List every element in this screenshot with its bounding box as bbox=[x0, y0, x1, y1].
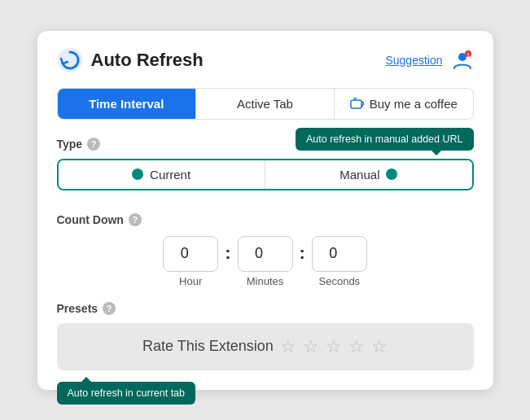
countdown-help-icon[interactable]: ? bbox=[129, 213, 142, 226]
presets-section: Presets ? Rate This Extension ☆ ☆ ☆ ☆ ☆ … bbox=[57, 302, 474, 370]
presets-help-icon[interactable]: ? bbox=[103, 302, 116, 315]
tab-buy-coffee[interactable]: Buy me a coffee bbox=[335, 89, 472, 119]
minutes-field: Minutes bbox=[238, 236, 293, 287]
rate-extension-box[interactable]: Rate This Extension ☆ ☆ ☆ ☆ ☆ bbox=[57, 323, 474, 370]
header: Auto Refresh Suggestion ! bbox=[57, 47, 474, 73]
tab-active-tab[interactable]: Active Tab bbox=[196, 89, 335, 119]
star-2[interactable]: ☆ bbox=[303, 336, 319, 357]
type-help-icon[interactable]: ? bbox=[87, 138, 100, 151]
colon-2: : bbox=[300, 243, 305, 280]
current-dot bbox=[132, 168, 143, 180]
countdown-label: Count Down ? bbox=[57, 213, 474, 226]
star-5[interactable]: ☆ bbox=[371, 336, 388, 357]
app-logo-icon bbox=[57, 47, 83, 73]
hour-label: Hour bbox=[179, 275, 202, 287]
type-current-label: Current bbox=[150, 168, 191, 182]
app-title: Auto Refresh bbox=[91, 50, 204, 71]
header-right: Suggestion ! bbox=[385, 49, 473, 72]
seconds-field: Seconds bbox=[312, 236, 367, 287]
tab-time-interval[interactable]: Time Interval bbox=[58, 89, 196, 119]
suggestion-link[interactable]: Suggestion bbox=[385, 54, 442, 67]
type-manual-label: Manual bbox=[339, 168, 379, 182]
svg-rect-4 bbox=[351, 100, 361, 108]
countdown-inputs: Hour : Minutes : Seconds bbox=[57, 236, 474, 287]
star-3[interactable]: ☆ bbox=[326, 336, 342, 357]
tooltip-manual: Auto refresh in manual added URL bbox=[296, 128, 473, 151]
header-left: Auto Refresh bbox=[57, 47, 204, 73]
user-icon[interactable]: ! bbox=[451, 49, 474, 72]
seconds-label: Seconds bbox=[319, 275, 361, 287]
colon-1: : bbox=[225, 243, 230, 280]
coffee-icon bbox=[350, 97, 365, 110]
manual-dot bbox=[386, 168, 397, 180]
rate-label: Rate This Extension bbox=[142, 338, 274, 355]
type-current-btn[interactable]: Current bbox=[59, 160, 265, 189]
minutes-input[interactable] bbox=[238, 236, 293, 272]
hour-field: Hour bbox=[163, 236, 218, 287]
countdown-section: Count Down ? Hour : Minutes : Seconds bbox=[57, 213, 474, 287]
seconds-input[interactable] bbox=[312, 236, 367, 272]
type-selector: Current Manual bbox=[57, 159, 474, 190]
main-card: Auto Refresh Suggestion ! Time Interval … bbox=[37, 31, 493, 390]
tabs-bar: Time Interval Active Tab Buy me a coffee bbox=[57, 88, 474, 120]
tooltip-current: Auto refresh in current tab bbox=[57, 382, 196, 405]
minutes-label: Minutes bbox=[247, 275, 284, 287]
presets-label: Presets ? bbox=[57, 302, 474, 315]
star-4[interactable]: ☆ bbox=[348, 336, 365, 357]
star-1[interactable]: ☆ bbox=[280, 336, 296, 357]
hour-input[interactable] bbox=[163, 236, 218, 272]
type-manual-btn[interactable]: Manual bbox=[265, 160, 471, 189]
svg-text:!: ! bbox=[466, 51, 468, 57]
